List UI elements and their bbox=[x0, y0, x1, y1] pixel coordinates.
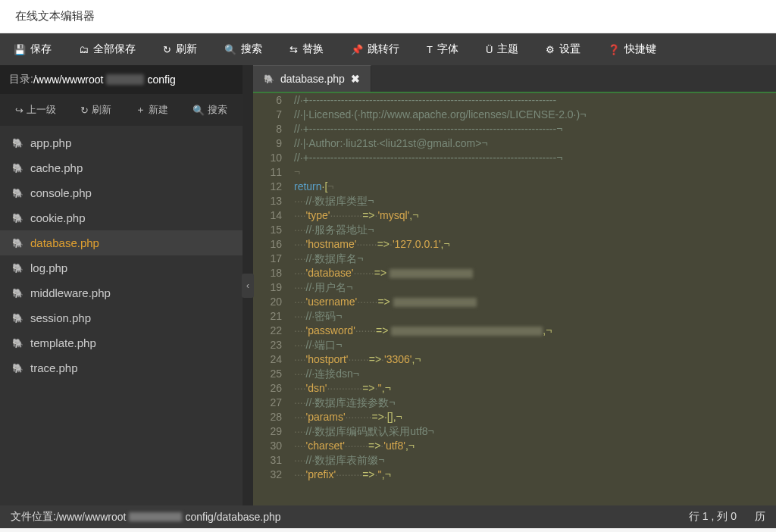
line-number: 27 bbox=[253, 396, 291, 410]
code-line[interactable]: ····//·数据库名¬ bbox=[291, 252, 776, 266]
line-number: 21 bbox=[253, 309, 291, 324]
shortcuts-button-icon: ❓ bbox=[608, 44, 620, 55]
new-label: 新建 bbox=[149, 103, 168, 117]
code-line[interactable]: ····'type'···········=>·'mysql',¬ bbox=[291, 208, 776, 223]
theme-button[interactable]: Ü主题 bbox=[472, 33, 532, 65]
line-number: 22 bbox=[253, 324, 291, 338]
code-line[interactable]: ····'prefix'·········=>·'',¬ bbox=[291, 468, 776, 482]
code-line[interactable]: ····//·数据库表前缀¬ bbox=[291, 453, 776, 468]
code-line[interactable]: ····//·数据库编码默认采用utf8¬ bbox=[291, 424, 776, 439]
code-line[interactable]: ····//·密码¬ bbox=[291, 309, 776, 324]
line-number: 18 bbox=[253, 266, 291, 280]
file-item[interactable]: session.php bbox=[0, 305, 242, 330]
file-item[interactable]: template.php bbox=[0, 330, 242, 355]
status-label: 文件位置: bbox=[11, 510, 56, 524]
save-button[interactable]: 💾保存 bbox=[0, 33, 65, 65]
replace-button-icon: ⇆ bbox=[289, 44, 298, 55]
close-icon[interactable]: ✖ bbox=[351, 73, 360, 85]
code-line[interactable]: //·+------------------------------------… bbox=[291, 122, 776, 136]
code-line[interactable]: ····'password'·······=> ,¬ bbox=[291, 324, 776, 338]
shortcuts-button[interactable]: ❓快捷键 bbox=[594, 33, 670, 65]
goto-button-icon: 📌 bbox=[351, 44, 363, 55]
line-number: 8 bbox=[253, 122, 291, 136]
code-line[interactable]: ····'hostport'·······=>·'3306',¬ bbox=[291, 352, 776, 367]
dir-path-prefix: /www/wwwroot bbox=[33, 74, 104, 86]
code-line[interactable]: ····//·数据库类型¬ bbox=[291, 194, 776, 208]
line-number: 14 bbox=[253, 208, 291, 223]
code-line[interactable]: ····//·数据库连接参数¬ bbox=[291, 396, 776, 410]
dir-label: 目录: bbox=[9, 73, 33, 86]
file-item[interactable]: middleware.php bbox=[0, 280, 242, 305]
refresh-sidebar-button[interactable]: ↻刷新 bbox=[76, 100, 116, 120]
file-item[interactable]: cache.php bbox=[0, 155, 242, 180]
code-line[interactable]: ····//·连接dsn¬ bbox=[291, 367, 776, 381]
directory-bar: 目录: /www/wwwroot config bbox=[0, 65, 242, 94]
up-icon: ↪ bbox=[15, 105, 23, 116]
line-number: 16 bbox=[253, 237, 291, 252]
line-number: 26 bbox=[253, 381, 291, 396]
code-line[interactable]: //·|·Licensed·(·http://www.apache.org/li… bbox=[291, 108, 776, 122]
file-item[interactable]: database.php bbox=[0, 230, 242, 255]
file-item[interactable]: cookie.php bbox=[0, 205, 242, 230]
code-line[interactable]: //·+------------------------------------… bbox=[291, 93, 776, 108]
search-button[interactable]: 🔍搜索 bbox=[211, 33, 276, 65]
line-number: 13 bbox=[253, 194, 291, 208]
code-line[interactable]: ····'username'·······=> bbox=[291, 295, 776, 309]
up-label: 上一级 bbox=[27, 103, 56, 117]
save-all-button[interactable]: 🗂全部保存 bbox=[65, 33, 149, 65]
code-line[interactable]: //·+------------------------------------… bbox=[291, 151, 776, 165]
status-path-prefix: /www/wwwroot bbox=[56, 511, 127, 523]
code-line[interactable]: ····'params'·········=>·[],¬ bbox=[291, 410, 776, 424]
code-line[interactable]: ····'database'·······=> bbox=[291, 266, 776, 280]
line-number: 17 bbox=[253, 252, 291, 266]
theme-button-label: 主题 bbox=[497, 42, 518, 56]
splitter[interactable]: ‹ bbox=[242, 65, 253, 505]
goto-button-label: 跳转行 bbox=[368, 42, 399, 56]
search-sidebar-button[interactable]: 🔍搜索 bbox=[188, 100, 232, 120]
line-number: 24 bbox=[253, 352, 291, 367]
search-button-icon: 🔍 bbox=[224, 44, 236, 55]
code-line[interactable]: ····//·服务器地址¬ bbox=[291, 223, 776, 237]
settings-button[interactable]: ⚙设置 bbox=[532, 33, 594, 65]
file-item[interactable]: app.php bbox=[0, 130, 242, 155]
code-line[interactable]: return·[¬ bbox=[291, 180, 776, 194]
line-number: 32 bbox=[253, 468, 291, 482]
file-list: app.phpcache.phpconsole.phpcookie.phpdat… bbox=[0, 126, 242, 505]
code-line[interactable]: ····'dsn'············=>·'',¬ bbox=[291, 381, 776, 396]
dir-path-suffix: config bbox=[147, 74, 175, 86]
font-button-icon: T bbox=[427, 44, 433, 55]
line-number: 25 bbox=[253, 367, 291, 381]
line-number: 11 bbox=[253, 165, 291, 180]
code-line[interactable]: ····//·用户名¬ bbox=[291, 280, 776, 295]
save-button-label: 保存 bbox=[30, 42, 52, 56]
new-button[interactable]: ＋新建 bbox=[131, 100, 173, 120]
refresh-button[interactable]: ↻刷新 bbox=[149, 33, 211, 65]
file-item[interactable]: trace.php bbox=[0, 355, 242, 380]
line-number: 28 bbox=[253, 410, 291, 424]
code-area[interactable]: 6//·+-----------------------------------… bbox=[253, 93, 776, 505]
file-item[interactable]: console.php bbox=[0, 180, 242, 205]
search-icon: 🔍 bbox=[192, 105, 205, 116]
editor-tabs: database.php ✖ bbox=[253, 65, 776, 93]
code-line[interactable]: ····'hostname'·······=>·'127.0.0.1',¬ bbox=[291, 237, 776, 252]
code-line[interactable]: //·|·Author:·liu21st·<liu21st@gmail.com>… bbox=[291, 136, 776, 151]
line-number: 31 bbox=[253, 453, 291, 468]
goto-button[interactable]: 📌跳转行 bbox=[337, 33, 413, 65]
tab-label: database.php bbox=[280, 73, 345, 85]
row-col-indicator: 行 1 , 列 0 bbox=[689, 510, 737, 524]
code-line[interactable]: ¬ bbox=[291, 165, 776, 180]
refresh-button-label: 刷新 bbox=[176, 42, 197, 56]
history-button[interactable]: 历 bbox=[755, 510, 765, 524]
chevron-left-icon[interactable]: ‹ bbox=[242, 274, 254, 298]
replace-button[interactable]: ⇆替换 bbox=[276, 33, 337, 65]
line-number: 6 bbox=[253, 93, 291, 108]
sidebar-tools: ↪上一级 ↻刷新 ＋新建 🔍搜索 bbox=[0, 94, 242, 126]
up-button[interactable]: ↪上一级 bbox=[11, 100, 61, 120]
file-item[interactable]: log.php bbox=[0, 255, 242, 280]
code-line[interactable]: ····//·端口¬ bbox=[291, 338, 776, 352]
font-button[interactable]: T字体 bbox=[413, 33, 472, 65]
main-toolbar: 💾保存🗂全部保存↻刷新🔍搜索⇆替换📌跳转行T字体Ü主题⚙设置❓快捷键 bbox=[0, 33, 776, 65]
code-line[interactable]: ····'charset'········=>·'utf8',¬ bbox=[291, 439, 776, 453]
tab-database[interactable]: database.php ✖ bbox=[253, 65, 371, 92]
save-all-button-icon: 🗂 bbox=[79, 44, 89, 55]
